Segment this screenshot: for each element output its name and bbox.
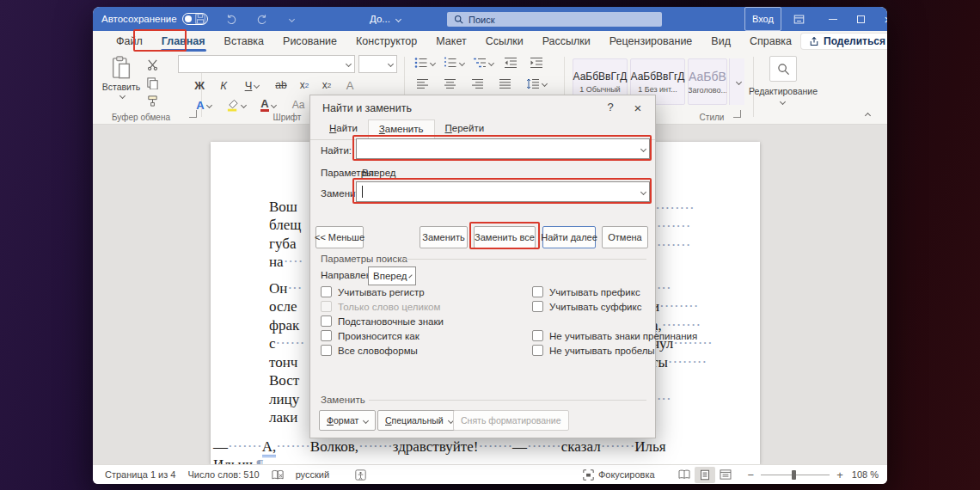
language-indicator[interactable]: русский	[296, 469, 329, 480]
bold-button[interactable]: Ж	[189, 77, 210, 94]
font-name-combobox[interactable]	[178, 55, 355, 73]
zoom-out-icon[interactable]: −	[748, 469, 755, 481]
search-icon	[454, 15, 463, 24]
match-suffix-checkbox[interactable]: Учитывать суффикс	[532, 301, 641, 312]
tab-references[interactable]: Ссылки	[476, 33, 533, 50]
web-layout-icon[interactable]	[715, 467, 736, 483]
sounds-like-checkbox[interactable]: Произносится как	[321, 330, 420, 341]
tab-review[interactable]: Рецензирование	[600, 33, 702, 50]
focus-mode-button[interactable]: Фокусировка	[583, 469, 655, 481]
find-icon	[777, 63, 790, 76]
editing-find-button[interactable]	[769, 56, 797, 82]
strikethrough-button[interactable]: ab	[270, 77, 292, 94]
proofing-icon[interactable]	[272, 469, 284, 481]
format-button[interactable]: Формат	[319, 410, 376, 431]
clear-formatting-button[interactable]: A	[339, 77, 361, 94]
styles-dialog-launcher-icon[interactable]	[733, 110, 741, 118]
tab-layout[interactable]: Макет	[426, 33, 475, 50]
search-input[interactable]	[469, 15, 623, 25]
ribbon-display-options-icon[interactable]	[787, 7, 810, 31]
minimize-button[interactable]	[822, 7, 844, 31]
cancel-button[interactable]: Отмена	[602, 226, 648, 248]
tab-view[interactable]: Вид	[701, 33, 740, 50]
tab-draw[interactable]: Рисование	[273, 33, 346, 50]
tab-insert[interactable]: Вставка	[215, 33, 273, 50]
accessibility-icon[interactable]	[355, 469, 366, 481]
dialog-help-button[interactable]: ?	[603, 101, 618, 113]
superscript-button[interactable]: x2	[316, 77, 337, 94]
sign-in-button[interactable]: Вход	[744, 7, 781, 31]
print-layout-icon[interactable]	[695, 467, 715, 483]
replace-button[interactable]: Заменить	[420, 226, 468, 248]
zoom-slider-thumb[interactable]	[792, 470, 796, 480]
ignore-whitespace-checkbox[interactable]: Не учитывать пробелы	[532, 345, 655, 356]
collapse-ribbon-icon[interactable]	[863, 113, 870, 118]
doc-text-line: на····	[269, 254, 303, 271]
undo-icon[interactable]	[225, 13, 237, 25]
font-size-combobox[interactable]	[358, 55, 397, 73]
italic-button[interactable]: К	[213, 77, 234, 94]
underline-button[interactable]: Ч	[237, 77, 266, 94]
paste-button[interactable]: Вставить	[101, 56, 141, 98]
direction-dropdown[interactable]: Вперед	[368, 266, 416, 285]
tab-design[interactable]: Конструктор	[346, 33, 426, 50]
match-case-checkbox[interactable]: Учитывать регистр	[321, 286, 425, 297]
quick-access-chevron-icon[interactable]	[289, 15, 295, 21]
bullets-chevron-icon	[430, 59, 436, 65]
tab-mailings[interactable]: Рассылки	[533, 33, 600, 50]
increase-indent-icon[interactable]	[530, 57, 543, 69]
copy-icon[interactable]	[146, 77, 159, 89]
format-painter-icon[interactable]	[146, 95, 159, 107]
less-button[interactable]: << Меньше	[315, 226, 364, 248]
dialog-close-button[interactable]: ×	[630, 101, 646, 115]
numbering-button[interactable]	[444, 57, 464, 69]
zoom-slider[interactable]	[761, 475, 830, 475]
cut-icon[interactable]	[146, 58, 159, 71]
close-button[interactable]: ×	[877, 7, 887, 31]
ignore-punctuation-checkbox[interactable]: Не учитывать знаки препинания	[532, 330, 697, 341]
read-mode-icon[interactable]	[674, 467, 695, 483]
zoom-level[interactable]: 108 %	[852, 469, 879, 480]
page-indicator[interactable]: Страница 1 из 4	[105, 469, 175, 480]
doc-text-line: осле	[269, 298, 297, 315]
doc-text-line: ты········	[652, 354, 707, 371]
match-prefix-checkbox[interactable]: Учитывать префикс	[532, 286, 640, 297]
find-next-button[interactable]: Найти далее	[542, 226, 596, 248]
save-icon[interactable]	[194, 13, 206, 25]
text-effects-button[interactable]: А	[191, 96, 217, 113]
align-left-icon[interactable]	[416, 78, 429, 89]
maximize-button[interactable]	[849, 7, 872, 31]
format-chevron-icon	[363, 417, 369, 423]
editing-chevron-icon[interactable]	[778, 100, 785, 104]
numbering-chevron-icon	[459, 59, 465, 65]
redo-icon[interactable]	[256, 13, 268, 25]
justify-icon[interactable]	[499, 78, 511, 89]
subscript-button[interactable]: x2	[294, 77, 315, 94]
style-heading[interactable]: АаБбВ Заголово...	[688, 58, 727, 105]
wildcards-checkbox[interactable]: Подстановочные знаки	[321, 315, 444, 327]
dialog-title: Найти и заменить	[322, 102, 412, 114]
change-case-button[interactable]: Aa	[287, 96, 309, 113]
highlight-chevron-icon	[240, 101, 246, 107]
document-title[interactable]: До...	[370, 7, 401, 31]
doc-text-line: тонч	[269, 354, 297, 371]
decrease-indent-icon[interactable]	[504, 57, 518, 69]
align-center-icon[interactable]	[444, 78, 456, 89]
tab-help[interactable]: Справка	[740, 33, 801, 50]
direction-chevron-icon	[408, 274, 413, 279]
doc-text-line: Ильич.¶	[213, 456, 263, 464]
font-color-button[interactable]: А	[254, 96, 282, 113]
multilevel-list-button[interactable]	[473, 57, 493, 69]
zoom-in-icon[interactable]: +	[836, 469, 843, 481]
word-count[interactable]: Число слов: 510	[187, 469, 259, 480]
align-right-icon[interactable]	[471, 78, 484, 89]
bullets-button[interactable]	[414, 57, 435, 69]
word-forms-checkbox[interactable]: Все словоформы	[321, 345, 418, 356]
search-box[interactable]	[447, 12, 662, 27]
special-button[interactable]: Специальный	[377, 410, 461, 431]
share-button[interactable]: Поделиться	[801, 34, 887, 49]
highlight-button[interactable]	[222, 96, 249, 113]
focus-icon	[583, 469, 594, 481]
line-spacing-button[interactable]	[526, 78, 547, 89]
styles-gallery-chevron-icon[interactable]	[729, 58, 744, 105]
